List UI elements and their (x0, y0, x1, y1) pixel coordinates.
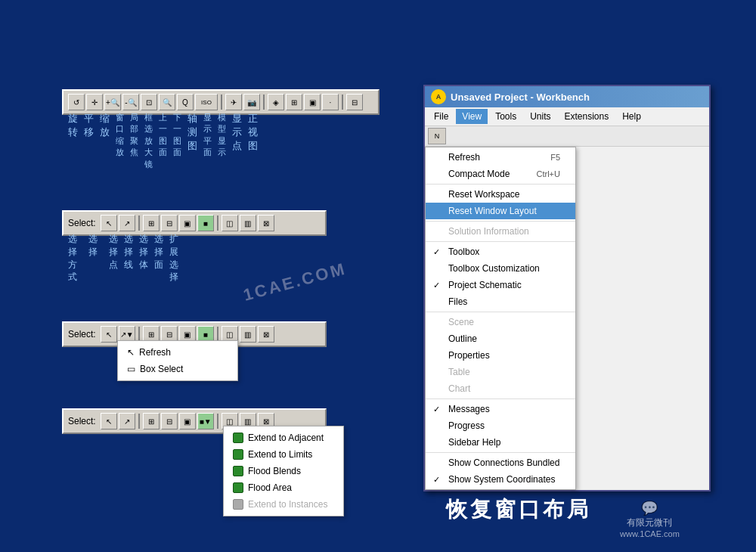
menu-units[interactable]: Units (524, 109, 556, 124)
refresh-item[interactable]: Refresh F5 (426, 149, 575, 166)
select-label-3: Select: (68, 329, 96, 340)
project-schematic-label: Project Schematic (448, 280, 522, 290)
wb-toolbar: N (425, 126, 709, 147)
zoom-in-btn[interactable]: +🔍 (104, 94, 121, 110)
flood-blends-item[interactable]: Flood Blends (224, 463, 343, 479)
toolbox-custom-item[interactable]: Toolbox Customization (426, 260, 575, 277)
select-submenu: ↖ Refresh ▭ Box Select (117, 340, 238, 381)
extend-adjacent-item[interactable]: Extend to Adjacent (224, 430, 343, 446)
menu-file[interactable]: File (428, 109, 454, 124)
compact-mode-item[interactable]: Compact Mode Ctrl+U (426, 166, 575, 182)
pan-btn[interactable]: ✛ (86, 94, 103, 110)
sel4-mode1-btn[interactable]: ⊞ (143, 413, 160, 430)
single-select-item[interactable]: ↖ Refresh (118, 344, 237, 361)
messages-check: ✓ (433, 405, 440, 414)
properties-item[interactable]: Properties (426, 347, 575, 364)
menu-extensions[interactable]: Extensions (559, 109, 615, 124)
reset-window-label: Reset Window Layout (448, 206, 537, 216)
extend-instances-label: Extend to Instances (248, 499, 327, 510)
menu-tools[interactable]: Tools (489, 109, 522, 124)
sep5 (217, 216, 218, 231)
sel4-mode3-btn[interactable]: ▣ (179, 413, 196, 430)
prev-view-btn[interactable]: ✈ (225, 94, 242, 110)
sel-mode2-btn[interactable]: ⊟ (161, 215, 178, 231)
menu-help[interactable]: Help (616, 109, 647, 124)
zoom-box-btn[interactable]: Q (177, 94, 194, 110)
rotate-btn[interactable]: ↺ (68, 94, 85, 110)
sidebar-help-item[interactable]: Sidebar Help (426, 434, 575, 451)
project-schematic-item[interactable]: ✓ Project Schematic (426, 277, 575, 293)
sel3-cursor-btn[interactable]: ↖ (101, 326, 117, 343)
chinese-title: 恢复窗口布局 (446, 495, 591, 524)
show-system-coords-item[interactable]: ✓ Show System Coordinates (426, 471, 575, 488)
sel4-mode2-btn[interactable]: ⊟ (161, 413, 178, 430)
view-dropdown: Refresh F5 Compact Mode Ctrl+U Reset Wor… (425, 147, 576, 490)
show-connections-item[interactable]: Show Connections Bundled (426, 454, 575, 471)
show-points-btn[interactable]: · (322, 94, 339, 110)
toolbox-custom-label: Toolbox Customization (448, 263, 540, 274)
sel4-cursor-btn[interactable]: ↖ (101, 413, 117, 430)
reset-window-layout-item[interactable]: Reset Window Layout (426, 203, 575, 219)
sep2 (263, 95, 265, 110)
sel-opt3-btn[interactable]: ⊠ (258, 215, 274, 231)
messages-item[interactable]: ✓ Messages (426, 401, 575, 417)
extend-limits-item[interactable]: Extend to Limits (224, 446, 343, 463)
sel3-opt3-btn[interactable]: ⊠ (258, 326, 274, 343)
axon-btn[interactable]: ◈ (268, 94, 284, 110)
next-view-btn[interactable]: 📷 (243, 94, 260, 110)
flood-area-item[interactable]: Flood Area (224, 479, 343, 496)
flood-area-icon (233, 482, 243, 493)
sel3-opt2-btn[interactable]: ▥ (240, 326, 256, 343)
sel-green-btn[interactable]: ■ (197, 215, 214, 231)
reset-workspace-label: Reset Workspace (448, 189, 519, 200)
toolbox-item[interactable]: ✓ Toolbox (426, 243, 575, 260)
menu-view[interactable]: View (456, 109, 488, 124)
toolbox-label: Toolbox (448, 247, 479, 257)
front-view-btn[interactable]: ⊟ (346, 94, 363, 110)
display-plane-btn[interactable]: ⊞ (286, 94, 302, 110)
sel4-green-btn[interactable]: ■▼ (197, 413, 214, 430)
extend-limits-icon (233, 449, 243, 460)
outline-item[interactable]: Outline (426, 330, 575, 347)
sel-opt1-btn[interactable]: ◫ (222, 215, 238, 231)
select-label-4: Select: (68, 416, 96, 426)
flood-blends-icon (233, 466, 243, 476)
sep7 (217, 327, 218, 342)
table-label: Table (448, 367, 470, 377)
toolbar2-labels: 选择方式 选择 选择点 选择线 选择体 选择面 扩展选择 (68, 233, 178, 284)
compact-shortcut: Ctrl+U (537, 169, 560, 178)
menu-section-4: ✓ Toolbox Toolbox Customization ✓ Projec… (426, 241, 575, 312)
local-zoom-btn[interactable]: 🔍 (159, 94, 175, 110)
menu-section-3: Solution Information (426, 221, 575, 241)
iso-btn[interactable]: ISO (195, 94, 218, 110)
fit-btn[interactable]: ⊡ (141, 94, 157, 110)
wb-new-btn[interactable]: N (428, 128, 446, 144)
sep6 (138, 327, 140, 342)
solution-info-label: Solution Information (448, 226, 529, 237)
chart-label: Chart (448, 383, 470, 394)
table-item: Table (426, 364, 575, 380)
single-select-icon: ↖ (127, 347, 135, 358)
sep4 (138, 216, 140, 231)
box-select-item[interactable]: ▭ Box Select (118, 361, 237, 377)
sel-arrow-btn[interactable]: ↗ (119, 215, 135, 231)
properties-label: Properties (448, 350, 490, 361)
toolbar-panel-2: Select: ↖ ↗ ⊞ ⊟ ▣ ■ ◫ ▥ ⊠ (62, 210, 327, 236)
sep9 (217, 414, 218, 429)
single-select-label: Refresh (139, 347, 171, 358)
menu-section-6: ✓ Messages Progress Sidebar Help (426, 398, 575, 452)
refresh-shortcut: F5 (550, 153, 560, 162)
model-display-btn[interactable]: ▣ (304, 94, 321, 110)
sel-opt2-btn[interactable]: ▥ (240, 215, 256, 231)
extend-instances-icon (233, 499, 243, 510)
extend-instances-item[interactable]: Extend to Instances (224, 496, 343, 513)
sel-mode1-btn[interactable]: ⊞ (143, 215, 160, 231)
sel-cursor-btn[interactable]: ↖ (101, 215, 117, 231)
reset-workspace-item[interactable]: Reset Workspace (426, 186, 575, 203)
progress-item[interactable]: Progress (426, 417, 575, 434)
zoom-out-btn[interactable]: -🔍 (122, 94, 139, 110)
sel4-arrow-btn[interactable]: ↗ (119, 413, 135, 430)
files-item[interactable]: Files (426, 293, 575, 310)
sel-mode3-btn[interactable]: ▣ (179, 215, 196, 231)
extend-adjacent-label: Extend to Adjacent (248, 433, 324, 443)
